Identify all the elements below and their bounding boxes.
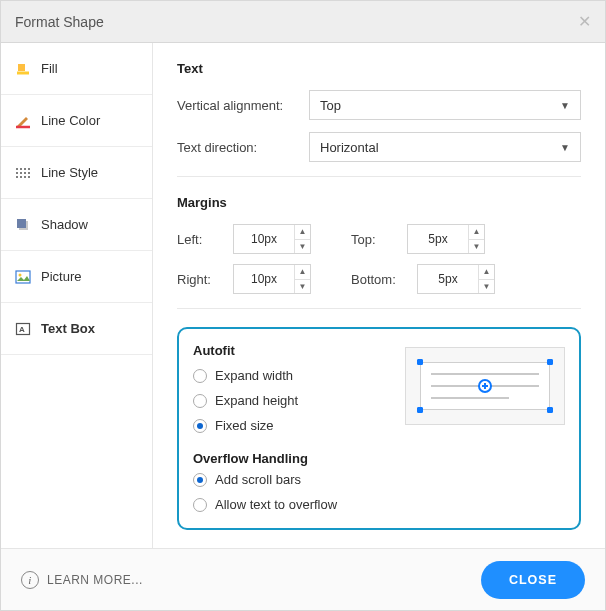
sidebar-item-text-box[interactable]: A Text Box	[1, 303, 152, 355]
main-panel: Text Vertical alignment: Top ▼ Text dire…	[153, 43, 605, 548]
autofit-overflow-section: Autofit Expand width Expand height	[177, 327, 581, 530]
close-button[interactable]: CLOSE	[481, 561, 585, 599]
section-title-text: Text	[177, 61, 581, 76]
valign-value: Top	[320, 98, 341, 113]
picture-icon	[15, 269, 31, 285]
step-down-icon[interactable]: ▼	[295, 280, 310, 294]
radio-icon	[193, 473, 207, 487]
close-icon[interactable]: ✕	[578, 12, 591, 31]
fill-icon	[15, 61, 31, 77]
move-handle-icon	[478, 379, 492, 393]
sidebar-item-label: Line Style	[41, 165, 98, 180]
sidebar-item-shadow[interactable]: Shadow	[1, 199, 152, 251]
learn-more-label: LEARN MORE...	[47, 573, 143, 587]
margin-top-label: Top:	[351, 232, 395, 247]
margin-bottom-stepper[interactable]: 5px ▲▼	[417, 264, 495, 294]
section-title-margins: Margins	[177, 195, 581, 210]
step-down-icon[interactable]: ▼	[479, 280, 494, 294]
sidebar-item-label: Line Color	[41, 113, 100, 128]
sidebar-item-label: Fill	[41, 61, 58, 76]
dialog-body: Fill Line Color Line Style Shadow	[1, 43, 605, 548]
step-up-icon[interactable]: ▲	[295, 225, 310, 240]
svg-text:A: A	[19, 325, 25, 334]
sidebar-item-label: Picture	[41, 269, 81, 284]
svg-rect-1	[17, 219, 26, 228]
margin-right-label: Right:	[177, 272, 221, 287]
sidebar-item-line-style[interactable]: Line Style	[1, 147, 152, 199]
svg-rect-2	[16, 271, 30, 283]
overflow-option-scrollbars[interactable]: Add scroll bars	[193, 472, 565, 487]
divider	[177, 176, 581, 177]
margin-right-stepper[interactable]: 10px ▲▼	[233, 264, 311, 294]
margin-left-value: 10px	[234, 225, 294, 253]
sidebar-item-fill[interactable]: Fill	[1, 43, 152, 95]
step-down-icon[interactable]: ▼	[295, 240, 310, 254]
shadow-icon	[15, 217, 31, 233]
margin-top-stepper[interactable]: 5px ▲▼	[407, 224, 485, 254]
step-up-icon[interactable]: ▲	[469, 225, 484, 240]
overflow-option-allow-overflow[interactable]: Allow text to overflow	[193, 497, 565, 512]
radio-label: Allow text to overflow	[215, 497, 337, 512]
step-up-icon[interactable]: ▲	[479, 265, 494, 280]
radio-label: Expand height	[215, 393, 298, 408]
sidebar-item-line-color[interactable]: Line Color	[1, 95, 152, 147]
dialog-footer: i LEARN MORE... CLOSE	[1, 548, 605, 610]
dialog-title: Format Shape	[15, 14, 104, 30]
learn-more-link[interactable]: i LEARN MORE...	[21, 571, 143, 589]
info-icon: i	[21, 571, 39, 589]
direction-select[interactable]: Horizontal ▼	[309, 132, 581, 162]
radio-label: Expand width	[215, 368, 293, 383]
chevron-down-icon: ▼	[560, 100, 570, 111]
autofit-option-fixed-size[interactable]: Fixed size	[193, 418, 387, 433]
margin-right-value: 10px	[234, 265, 294, 293]
radio-icon	[193, 369, 207, 383]
radio-label: Fixed size	[215, 418, 274, 433]
margin-bottom-label: Bottom:	[351, 272, 405, 287]
text-box-icon: A	[15, 321, 31, 337]
valign-select[interactable]: Top ▼	[309, 90, 581, 120]
radio-icon	[193, 498, 207, 512]
autofit-preview	[405, 347, 565, 425]
margin-top-value: 5px	[408, 225, 468, 253]
direction-label: Text direction:	[177, 140, 297, 155]
divider	[177, 308, 581, 309]
margin-left-stepper[interactable]: 10px ▲▼	[233, 224, 311, 254]
line-style-icon	[15, 165, 31, 181]
valign-label: Vertical alignment:	[177, 98, 297, 113]
titlebar: Format Shape ✕	[1, 1, 605, 43]
direction-value: Horizontal	[320, 140, 379, 155]
radio-label: Add scroll bars	[215, 472, 301, 487]
line-color-icon	[15, 113, 31, 129]
autofit-option-expand-width[interactable]: Expand width	[193, 368, 387, 383]
sidebar-item-label: Text Box	[41, 321, 95, 336]
section-title-overflow: Overflow Handling	[193, 451, 565, 466]
margin-bottom-value: 5px	[418, 265, 478, 293]
format-shape-dialog: Format Shape ✕ Fill Line Color Line	[0, 0, 606, 611]
radio-icon	[193, 394, 207, 408]
sidebar-item-picture[interactable]: Picture	[1, 251, 152, 303]
radio-icon	[193, 419, 207, 433]
chevron-down-icon: ▼	[560, 142, 570, 153]
step-up-icon[interactable]: ▲	[295, 265, 310, 280]
step-down-icon[interactable]: ▼	[469, 240, 484, 254]
sidebar: Fill Line Color Line Style Shadow	[1, 43, 153, 548]
svg-point-3	[19, 273, 22, 276]
sidebar-item-label: Shadow	[41, 217, 88, 232]
autofit-option-expand-height[interactable]: Expand height	[193, 393, 387, 408]
margin-left-label: Left:	[177, 232, 221, 247]
section-title-autofit: Autofit	[193, 343, 387, 358]
